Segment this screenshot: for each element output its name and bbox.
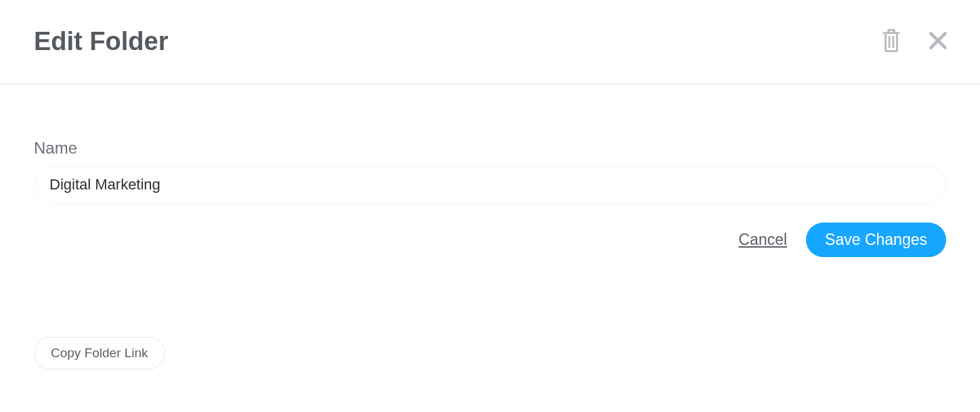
copy-folder-link-button[interactable]: Copy Folder Link — [34, 337, 165, 369]
delete-button[interactable] — [880, 27, 903, 56]
close-button[interactable] — [927, 30, 949, 53]
dialog-title: Edit Folder — [34, 27, 168, 56]
name-label: Name — [34, 139, 946, 158]
header-actions — [880, 27, 949, 56]
form-actions: Cancel Save Changes — [34, 223, 946, 257]
close-icon — [927, 30, 949, 53]
cancel-button[interactable]: Cancel — [739, 231, 788, 249]
trash-icon — [880, 27, 903, 56]
save-button[interactable]: Save Changes — [806, 223, 946, 257]
dialog-content: Name Cancel Save Changes — [0, 85, 980, 284]
name-input[interactable] — [34, 166, 946, 204]
dialog-header: Edit Folder — [0, 0, 980, 85]
secondary-actions: Copy Folder Link — [34, 337, 165, 369]
